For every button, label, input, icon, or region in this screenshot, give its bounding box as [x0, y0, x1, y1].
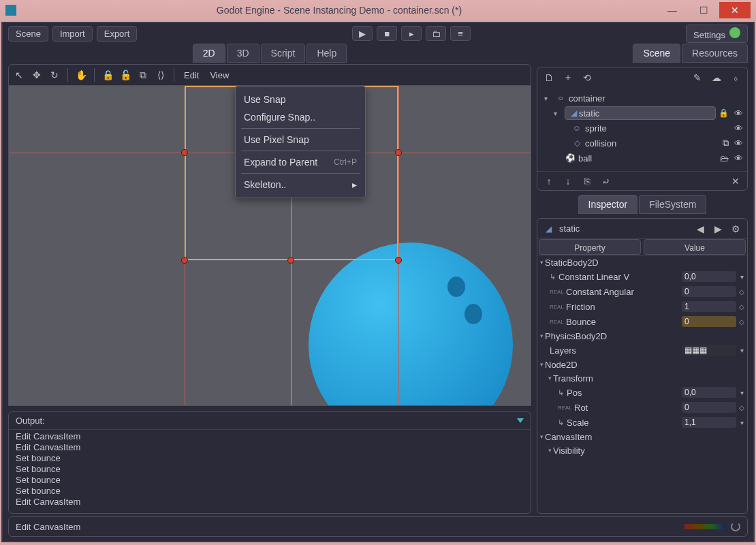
tab-2d[interactable]: 2D: [193, 44, 225, 63]
tree-node-collision[interactable]: ◇ collision ⧉ 👁: [541, 136, 743, 151]
scene-menu[interactable]: Scene: [8, 26, 48, 42]
add-node-icon[interactable]: ＋: [562, 72, 574, 84]
eye-icon[interactable]: 👁: [734, 108, 743, 119]
eye-icon[interactable]: 👁: [734, 123, 743, 134]
handle-bl[interactable]: [181, 257, 188, 264]
code-icon[interactable]: ⟨⟩: [155, 69, 167, 81]
reparent-icon[interactable]: ⤾: [600, 175, 612, 187]
new-node-icon[interactable]: 🗋: [543, 72, 555, 84]
unlock-icon[interactable]: 🔓: [119, 69, 131, 81]
handle-mr[interactable]: [395, 149, 402, 156]
minimize-button[interactable]: —: [657, 2, 688, 18]
property-list[interactable]: ▾StaticBody2D ↳Constant Linear V0,0▾ REA…: [537, 255, 747, 457]
menu-expand-parent[interactable]: Expand to ParentCtrl+P: [236, 153, 365, 171]
inspector-tabs: Inspector FileSystem: [537, 195, 748, 214]
maximize-button[interactable]: ☐: [688, 2, 719, 18]
ball-sprite[interactable]: [309, 243, 513, 406]
pan-tool-icon[interactable]: ✋: [75, 69, 87, 81]
stop-icon: ■: [384, 29, 390, 39]
toggle-visibility-icon[interactable]: ☁: [710, 72, 723, 84]
tree-node-container[interactable]: ▾ ○ container: [541, 91, 743, 106]
tab-inspector[interactable]: Inspector: [578, 195, 638, 214]
scene-panel: 🗋 ＋ ⟲ ✎ ☁ ⬨ ▾ ○ container ▾: [537, 67, 748, 191]
link-icon[interactable]: ⧉: [723, 138, 729, 149]
duplicate-icon[interactable]: ⎘: [581, 175, 593, 187]
folder-icon[interactable]: 🗁: [720, 153, 729, 164]
settings-button[interactable]: Settings: [686, 25, 748, 43]
delete-icon[interactable]: ✕: [729, 175, 742, 187]
script-icon[interactable]: ⬨: [729, 72, 742, 84]
play-icon: ▶: [359, 29, 366, 39]
lock-icon[interactable]: 🔒: [719, 108, 729, 118]
prop-friction[interactable]: REALFriction1◇: [537, 299, 747, 314]
scene-tree[interactable]: ▾ ○ container ▾ ◢ static 🔒 👁: [537, 88, 747, 171]
handle-ml[interactable]: [181, 149, 188, 156]
tab-script[interactable]: Script: [261, 44, 306, 63]
output-body[interactable]: Edit CanvasItem Edit CanvasItem Set boun…: [9, 430, 531, 513]
output-line: Edit CanvasItem: [16, 431, 524, 442]
prop-constant-linear[interactable]: ↳Constant Linear V0,0▾: [537, 269, 747, 284]
prop-bounce[interactable]: REALBounce0◇: [537, 314, 747, 329]
export-menu[interactable]: Export: [97, 26, 138, 42]
prop-pos[interactable]: ↳Pos0,0▾: [537, 385, 747, 400]
app-icon: [5, 5, 16, 16]
prop-constant-angular[interactable]: REALConstant Angular0◇: [537, 284, 747, 299]
move-down-icon[interactable]: ↓: [562, 175, 574, 187]
gear-icon[interactable]: ⚙: [729, 223, 742, 235]
select-tool-icon[interactable]: ↖: [13, 69, 25, 81]
stop-button[interactable]: ■: [377, 26, 397, 41]
canvas-viewport[interactable]: Use Snap Configure Snap.. Use Pixel Snap…: [8, 86, 531, 406]
play-scene-button[interactable]: ▸: [401, 26, 422, 41]
handle-br[interactable]: [395, 257, 402, 264]
wand-icon[interactable]: ✎: [691, 72, 704, 84]
folder-icon: 🗀: [432, 29, 441, 39]
prop-layers[interactable]: Layers▦▦▦▾: [537, 343, 747, 358]
view-menu-button[interactable]: View: [207, 70, 232, 80]
output-panel: Output: Edit CanvasItem Edit CanvasItem …: [8, 411, 531, 514]
settings-icon: [729, 27, 740, 38]
tab-scene[interactable]: Scene: [633, 44, 680, 63]
link-icon[interactable]: ⧉: [137, 69, 149, 81]
tree-node-sprite[interactable]: ☺ sprite 👁: [541, 121, 743, 136]
play-scene-icon: ▸: [409, 29, 414, 39]
eye-icon[interactable]: 👁: [734, 138, 743, 149]
menu-skeleton[interactable]: Skeleton..▸: [236, 176, 365, 193]
close-button[interactable]: ✕: [719, 2, 751, 18]
tab-help[interactable]: Help: [306, 44, 347, 63]
eye-icon[interactable]: 👁: [734, 153, 743, 164]
prop-scale[interactable]: ↳Scale1,1▾: [537, 415, 747, 430]
tree-node-ball[interactable]: ⚽ ball 🗁 👁: [541, 151, 743, 166]
prop-rot[interactable]: REALRot0◇: [537, 400, 747, 415]
move-up-icon[interactable]: ↑: [543, 175, 555, 187]
import-menu[interactable]: Import: [52, 26, 93, 42]
tab-filesystem[interactable]: FileSystem: [639, 195, 706, 214]
tab-3d[interactable]: 3D: [227, 44, 259, 63]
edit-dropdown: Use Snap Configure Snap.. Use Pixel Snap…: [235, 86, 366, 198]
move-tool-icon[interactable]: ✥: [31, 69, 43, 81]
menu-use-snap[interactable]: Use Snap: [236, 91, 365, 108]
tree-node-static-row[interactable]: ▾ ◢ static 🔒 👁: [541, 106, 743, 121]
layout-button[interactable]: ≡: [450, 26, 471, 41]
chevron-down-icon[interactable]: ▾: [554, 110, 562, 117]
play-button[interactable]: ▶: [352, 26, 373, 41]
rotate-tool-icon[interactable]: ↻: [48, 69, 61, 81]
col-property: Property: [539, 239, 641, 255]
inspector-panel: ◢ static ◀ ▶ ⚙ Property Value ▾StaticBod…: [537, 218, 748, 514]
menubar: Scene Import Export ▶ ■ ▸ 🗀 ≡ Settings: [3, 23, 753, 44]
chevron-down-icon[interactable]: ▾: [544, 95, 552, 102]
open-scene-button[interactable]: 🗀: [426, 26, 446, 41]
handle-bm[interactable]: [287, 257, 294, 264]
edit-menu-button[interactable]: Edit: [181, 70, 202, 80]
history-prev-icon[interactable]: ◀: [694, 223, 706, 235]
output-line: Edit CanvasItem: [16, 442, 524, 453]
tab-resources[interactable]: Resources: [682, 44, 748, 63]
output-line: Set bounce: [16, 475, 524, 486]
history-next-icon[interactable]: ▶: [712, 223, 724, 235]
menu-configure-snap[interactable]: Configure Snap..: [236, 108, 365, 126]
status-text: Edit CanvasItem: [16, 522, 80, 532]
menu-use-pixel-snap[interactable]: Use Pixel Snap: [236, 131, 365, 149]
collapse-icon[interactable]: [517, 418, 524, 423]
lock-icon[interactable]: 🔒: [101, 69, 114, 81]
chevron-right-icon: ▸: [352, 179, 357, 190]
instance-icon[interactable]: ⟲: [581, 72, 593, 84]
